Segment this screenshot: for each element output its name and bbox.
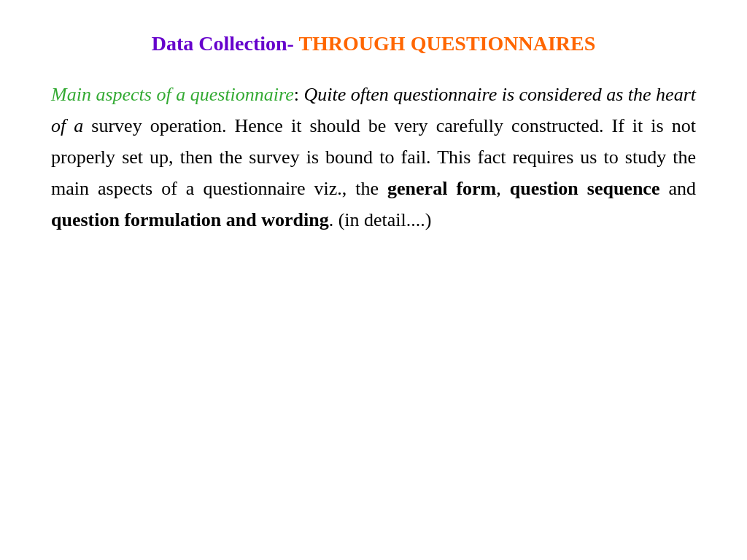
colon: :	[294, 84, 304, 105]
slide-body: Main aspects of a questionnaire: Quite o…	[44, 79, 703, 236]
title-part1: Data Collection-	[152, 32, 299, 55]
bold-general-form: general form	[387, 178, 496, 199]
ending-text: . (in detail....)	[329, 209, 432, 230]
bold-question-sequence: question sequence	[510, 178, 660, 199]
comma1: ,	[496, 178, 510, 199]
bold-question-formulation: question formulation and wording	[51, 209, 329, 230]
main-aspects-label: Main aspects of a questionnaire	[51, 84, 294, 105]
slide-title: Data Collection- THROUGH QUESTIONNAIRES	[44, 29, 703, 58]
and-text: and	[659, 178, 696, 199]
title-part2: THROUGH QUESTIONNAIRES	[298, 32, 595, 55]
slide-container: Data Collection- THROUGH QUESTIONNAIRES …	[0, 0, 747, 560]
